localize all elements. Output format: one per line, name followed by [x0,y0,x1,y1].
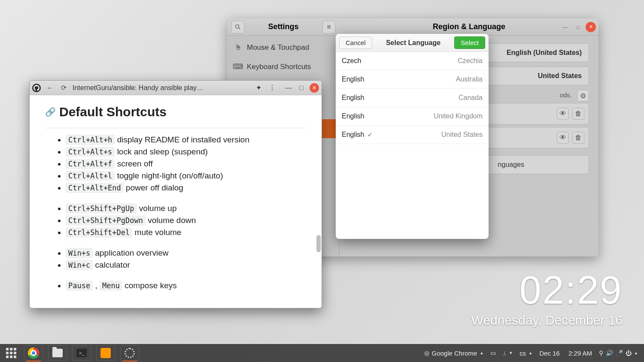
browser-window: ← ⟳ InternetGuru/ansible: Handy ansible … [29,80,322,308]
task-sublime[interactable] [96,345,115,361]
shortcut-item: Pause , Menu compose keys [66,281,306,290]
shortcut-list: Ctrl+Shift+PgUp volume upCtrl+Shift+PgDo… [66,204,306,237]
nav-reload-button[interactable]: ⟳ [59,83,68,93]
language-country: United States [441,131,483,139]
language-option[interactable]: EnglishAustralia [336,70,489,89]
remove-layout-button[interactable]: 🗑 [572,108,584,120]
github-favicon [32,84,41,92]
language-country: United Kingdom [434,112,483,120]
shortcut-item: Ctrl+Shift+PgDown volume down [66,216,306,225]
task-terminal[interactable]: >_ [72,345,91,361]
terminal-icon: >_ [76,349,87,357]
taskbar-datetime[interactable]: Dec 16 2:29 AM [539,350,592,357]
browser-maximize-button[interactable]: □ [297,83,306,93]
shortcut-desc: display README of installed version [117,135,249,144]
browser-menu-button[interactable]: ⋮ [267,84,277,92]
shortcut-desc: toggle night-light (on/off/auto) [117,171,223,180]
svg-point-0 [236,24,239,28]
accessibility-icon: ⟂ [503,350,506,356]
eye-icon: 👁 [559,134,566,142]
shortcut-item: Ctrl+Alt+l toggle night-light (on/off/au… [66,171,306,181]
shortcut-item: Ctrl+Alt+f screen off [66,159,306,169]
power-icon: ⏻ [626,350,632,356]
system-tray[interactable]: ⚲ 🔊 🎤 ⏻ ▲ [599,350,638,356]
clock-time: 02:29 [471,270,623,310]
kbd: Ctrl+Alt+f [66,159,115,169]
task-settings[interactable] [120,345,139,361]
window-maximize-button[interactable]: □ [573,22,583,32]
shortcut-list: Win+s application overviewWin+c calculat… [66,248,306,270]
settings-search-button[interactable] [231,21,244,33]
shortcut-desc: calculator [95,260,130,269]
language-list: CzechCzechiaEnglishAustraliaEnglishCanad… [336,52,489,239]
sidebar-item-mouse[interactable]: 🖱 Mouse & Touchpad [227,38,339,57]
grid-icon [6,348,16,358]
shortcut-desc: compose keys [125,281,176,290]
trash-icon: 🗑 [575,134,582,142]
shortcut-item: Ctrl+Alt+h display README of installed v… [66,135,306,145]
kbd: Ctrl+Alt+s [66,147,115,157]
window-close-button[interactable]: ✕ [586,22,596,32]
nav-back-button[interactable]: ← [45,83,55,93]
input-sources-settings-button[interactable]: ⚙ [577,90,589,102]
shortcut-desc: application overview [95,248,168,257]
shortcut-desc: power off dialog [126,183,183,192]
language-option[interactable]: CzechCzechia [336,52,489,70]
shortcut-item: Win+c calculator [66,260,306,270]
accessibility-menu[interactable]: ⟂ ▼ [503,350,513,356]
settings-titlebar: Settings ≡ Region & Language — □ ✕ [227,18,598,36]
language-name: English [342,94,364,102]
scrollbar-thumb[interactable] [316,235,321,252]
select-button[interactable]: Select [454,36,485,49]
active-app-indicator[interactable]: ◎ Google Chrome ▲ [424,350,484,357]
remove-layout-button[interactable]: 🗑 [572,132,584,144]
trash-icon: 🗑 [575,110,582,118]
view-layout-button[interactable]: 👁 [557,108,569,120]
chrome-icon [28,347,39,359]
language-option[interactable]: EnglishUnited Kingdom [336,107,489,126]
keyboard-layout-indicator[interactable]: cs ▲ [519,350,532,357]
setting-value: United States [538,72,582,80]
shortcut-item: Ctrl+Alt+s lock and sleep (suspend) [66,147,306,157]
select-language-dialog: Cancel Select Language Select CzechCzech… [336,34,489,239]
settings-title: Settings [268,22,298,31]
language-name: English ✓ [342,131,373,139]
check-icon: ✓ [368,131,373,138]
sidebar-item-keyboard[interactable]: ⌨ Keyboard Shortcuts [227,57,339,76]
shortcut-list: Pause , Menu compose keys [66,281,306,290]
address-bar[interactable]: InternetGuru/ansible: Handy ansible play… [73,84,249,92]
caret-up-icon: ▲ [480,351,483,355]
apps-grid-button[interactable] [3,345,19,361]
window-minimize-button[interactable]: — [560,22,570,32]
sidebar-item-label: Mouse & Touchpad [247,43,309,52]
caret-up-icon: ▲ [529,351,532,355]
language-option[interactable]: English ✓United States [336,126,489,144]
shortcut-desc: screen off [117,159,153,168]
kebab-icon: ⋮ [269,84,276,91]
volume-icon: 🔊 [606,350,613,356]
page-heading: 🔗 Default Shortcuts [45,105,306,119]
shortcut-item: Ctrl+Shift+PgUp volume up [66,204,306,213]
language-country: Canada [459,94,483,102]
browser-close-button[interactable]: ✕ [310,83,319,93]
puzzle-icon: ✦ [256,84,261,91]
task-files[interactable] [48,345,67,361]
kbd: Ctrl+Shift+PgDown [66,215,146,226]
extensions-button[interactable]: ✦ [254,84,263,92]
search-icon [234,24,241,30]
shortcut-desc: volume down [148,216,196,225]
settings-menu-button[interactable]: ≡ [322,21,335,33]
kbd: Ctrl+Shift+Del [66,227,132,238]
cancel-button[interactable]: Cancel [339,36,372,49]
kbd: Ctrl+Shift+PgUp [66,203,137,214]
language-option[interactable]: EnglishCanada [336,89,489,107]
browser-minimize-button[interactable]: — [284,83,293,93]
browser-content[interactable]: 🔗 Default Shortcuts Ctrl+Alt+h display R… [30,95,322,308]
kbd: Win+c [66,260,93,270]
shortcut-item: Win+s application overview [66,248,306,258]
view-layout-button[interactable]: 👁 [557,132,569,144]
tray-display-indicator[interactable]: ▭ [490,350,496,356]
task-chrome[interactable] [24,345,43,361]
clock-date: Wednesday, December 16 [471,313,623,328]
sidebar-item-label: Keyboard Shortcuts [247,63,311,71]
